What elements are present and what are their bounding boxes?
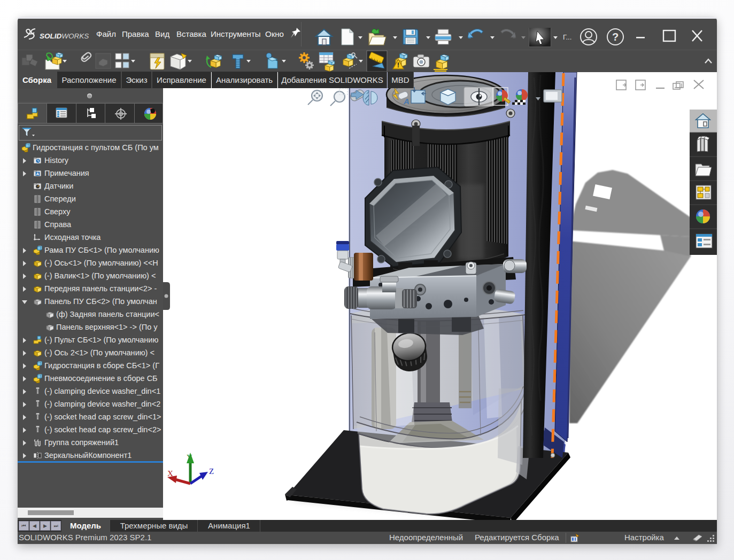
svg-text:?: ? xyxy=(612,31,619,43)
svg-text:Z: Z xyxy=(209,467,214,476)
svg-text:Y: Y xyxy=(187,453,192,462)
svg-text:!: ! xyxy=(397,61,399,69)
svg-text:X: X xyxy=(167,469,173,478)
svg-text:Г...: Г... xyxy=(563,33,571,41)
svg-text:SOLIDWORKS: SOLIDWORKS xyxy=(40,32,89,40)
svg-text:A: A xyxy=(403,97,410,106)
